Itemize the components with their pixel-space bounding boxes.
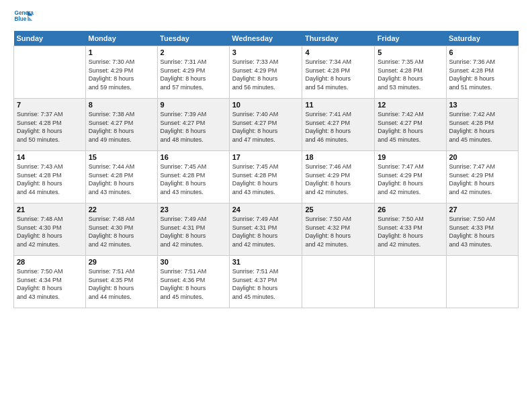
calendar-cell: 22Sunrise: 7:48 AM Sunset: 4:30 PM Dayli…: [85, 203, 157, 256]
day-number: 8: [89, 101, 154, 109]
calendar-cell: 27Sunrise: 7:50 AM Sunset: 4:33 PM Dayli…: [446, 203, 519, 256]
day-number: 16: [161, 153, 226, 161]
calendar-cell: 17Sunrise: 7:45 AM Sunset: 4:28 PM Dayli…: [229, 151, 302, 203]
calendar-cell: 9Sunrise: 7:39 AM Sunset: 4:27 PM Daylig…: [157, 99, 229, 151]
calendar-cell: 18Sunrise: 7:46 AM Sunset: 4:29 PM Dayli…: [302, 151, 375, 203]
calendar-cell: [446, 256, 519, 308]
day-number: 21: [17, 205, 83, 214]
day-number: 22: [89, 205, 154, 214]
day-info: Sunrise: 7:37 AM Sunset: 4:28 PM Dayligh…: [17, 110, 83, 144]
calendar-cell: 31Sunrise: 7:51 AM Sunset: 4:37 PM Dayli…: [229, 256, 302, 308]
calendar-cell: 12Sunrise: 7:42 AM Sunset: 4:27 PM Dayli…: [375, 99, 446, 151]
day-info: Sunrise: 7:49 AM Sunset: 4:31 PM Dayligh…: [232, 215, 300, 248]
calendar-cell: 14Sunrise: 7:43 AM Sunset: 4:28 PM Dayli…: [14, 151, 86, 203]
calendar-cell: 4Sunrise: 7:34 AM Sunset: 4:28 PM Daylig…: [302, 46, 375, 99]
calendar-cell: [14, 46, 86, 99]
day-number: 25: [305, 205, 371, 214]
calendar-week-row: 7Sunrise: 7:37 AM Sunset: 4:28 PM Daylig…: [14, 99, 519, 151]
day-number: 11: [305, 101, 371, 109]
day-info: Sunrise: 7:49 AM Sunset: 4:31 PM Dayligh…: [161, 215, 226, 248]
logo-icon: General Blue: [13, 7, 34, 27]
day-info: Sunrise: 7:51 AM Sunset: 4:35 PM Dayligh…: [89, 267, 154, 301]
weekday-header: Saturday: [446, 31, 519, 46]
weekday-row: SundayMondayTuesdayWednesdayThursdayFrid…: [14, 31, 519, 46]
calendar-week-row: 1Sunrise: 7:30 AM Sunset: 4:29 PM Daylig…: [14, 46, 519, 99]
calendar-cell: 20Sunrise: 7:47 AM Sunset: 4:29 PM Dayli…: [446, 151, 519, 203]
day-number: 13: [449, 101, 516, 109]
svg-text:Blue: Blue: [15, 16, 27, 22]
weekday-header: Friday: [375, 31, 446, 46]
page-container: General Blue SundayMondayTuesdayWednesda…: [0, 0, 532, 315]
day-number: 29: [89, 258, 154, 266]
day-info: Sunrise: 7:45 AM Sunset: 4:28 PM Dayligh…: [232, 163, 300, 196]
day-info: Sunrise: 7:34 AM Sunset: 4:28 PM Dayligh…: [305, 58, 371, 91]
header: General Blue: [13, 7, 519, 27]
calendar-cell: 13Sunrise: 7:42 AM Sunset: 4:28 PM Dayli…: [446, 99, 519, 151]
calendar-cell: [302, 256, 375, 308]
day-info: Sunrise: 7:38 AM Sunset: 4:27 PM Dayligh…: [89, 110, 154, 144]
day-info: Sunrise: 7:31 AM Sunset: 4:29 PM Dayligh…: [161, 58, 226, 91]
weekday-header: Thursday: [302, 31, 375, 46]
calendar-cell: 8Sunrise: 7:38 AM Sunset: 4:27 PM Daylig…: [85, 99, 157, 151]
day-info: Sunrise: 7:30 AM Sunset: 4:29 PM Dayligh…: [89, 58, 154, 91]
calendar-cell: 1Sunrise: 7:30 AM Sunset: 4:29 PM Daylig…: [85, 46, 157, 99]
calendar-cell: 16Sunrise: 7:45 AM Sunset: 4:28 PM Dayli…: [157, 151, 229, 203]
calendar-cell: 2Sunrise: 7:31 AM Sunset: 4:29 PM Daylig…: [157, 46, 229, 99]
day-info: Sunrise: 7:46 AM Sunset: 4:29 PM Dayligh…: [305, 163, 371, 196]
calendar-cell: 25Sunrise: 7:50 AM Sunset: 4:32 PM Dayli…: [302, 203, 375, 256]
day-number: 28: [17, 258, 83, 266]
calendar-cell: 19Sunrise: 7:47 AM Sunset: 4:29 PM Dayli…: [375, 151, 446, 203]
day-number: 12: [378, 101, 443, 109]
day-number: 19: [378, 153, 443, 161]
day-info: Sunrise: 7:42 AM Sunset: 4:28 PM Dayligh…: [449, 110, 516, 144]
calendar-cell: 28Sunrise: 7:50 AM Sunset: 4:34 PM Dayli…: [14, 256, 86, 308]
day-info: Sunrise: 7:50 AM Sunset: 4:32 PM Dayligh…: [305, 215, 371, 248]
day-info: Sunrise: 7:45 AM Sunset: 4:28 PM Dayligh…: [161, 163, 226, 196]
calendar-cell: 3Sunrise: 7:33 AM Sunset: 4:29 PM Daylig…: [229, 46, 302, 99]
weekday-header: Sunday: [14, 31, 86, 46]
day-number: 6: [449, 48, 516, 56]
day-number: 9: [161, 101, 226, 109]
day-info: Sunrise: 7:51 AM Sunset: 4:36 PM Dayligh…: [161, 267, 226, 301]
calendar-table: SundayMondayTuesdayWednesdayThursdayFrid…: [13, 31, 519, 308]
day-info: Sunrise: 7:41 AM Sunset: 4:27 PM Dayligh…: [305, 110, 371, 144]
day-info: Sunrise: 7:50 AM Sunset: 4:34 PM Dayligh…: [17, 267, 83, 301]
day-info: Sunrise: 7:48 AM Sunset: 4:30 PM Dayligh…: [89, 215, 154, 248]
calendar-week-row: 21Sunrise: 7:48 AM Sunset: 4:30 PM Dayli…: [14, 203, 519, 256]
day-number: 10: [232, 101, 300, 109]
day-number: 27: [449, 205, 516, 214]
day-info: Sunrise: 7:39 AM Sunset: 4:27 PM Dayligh…: [161, 110, 226, 144]
day-number: 5: [378, 48, 443, 56]
calendar-cell: 23Sunrise: 7:49 AM Sunset: 4:31 PM Dayli…: [157, 203, 229, 256]
day-info: Sunrise: 7:50 AM Sunset: 4:33 PM Dayligh…: [378, 215, 443, 248]
day-info: Sunrise: 7:47 AM Sunset: 4:29 PM Dayligh…: [449, 163, 516, 196]
calendar-body: 1Sunrise: 7:30 AM Sunset: 4:29 PM Daylig…: [14, 46, 519, 308]
day-info: Sunrise: 7:40 AM Sunset: 4:27 PM Dayligh…: [232, 110, 300, 144]
day-info: Sunrise: 7:44 AM Sunset: 4:28 PM Dayligh…: [89, 163, 154, 196]
weekday-header: Monday: [85, 31, 157, 46]
day-number: 23: [161, 205, 226, 214]
day-number: 31: [232, 258, 300, 266]
calendar-cell: 24Sunrise: 7:49 AM Sunset: 4:31 PM Dayli…: [229, 203, 302, 256]
day-info: Sunrise: 7:43 AM Sunset: 4:28 PM Dayligh…: [17, 163, 83, 196]
day-info: Sunrise: 7:50 AM Sunset: 4:33 PM Dayligh…: [449, 215, 516, 248]
day-number: 18: [305, 153, 371, 161]
day-number: 7: [17, 101, 83, 109]
day-number: 2: [161, 48, 226, 56]
day-number: 26: [378, 205, 443, 214]
svg-text:General: General: [15, 10, 34, 16]
calendar-cell: 10Sunrise: 7:40 AM Sunset: 4:27 PM Dayli…: [229, 99, 302, 151]
weekday-header: Tuesday: [157, 31, 229, 46]
day-info: Sunrise: 7:35 AM Sunset: 4:28 PM Dayligh…: [378, 58, 443, 91]
day-number: 20: [449, 153, 516, 161]
day-number: 17: [232, 153, 300, 161]
calendar-cell: 15Sunrise: 7:44 AM Sunset: 4:28 PM Dayli…: [85, 151, 157, 203]
weekday-header: Wednesday: [229, 31, 302, 46]
day-info: Sunrise: 7:33 AM Sunset: 4:29 PM Dayligh…: [232, 58, 300, 91]
day-info: Sunrise: 7:48 AM Sunset: 4:30 PM Dayligh…: [17, 215, 83, 248]
calendar-cell: 5Sunrise: 7:35 AM Sunset: 4:28 PM Daylig…: [375, 46, 446, 99]
calendar-cell: [375, 256, 446, 308]
calendar-cell: 30Sunrise: 7:51 AM Sunset: 4:36 PM Dayli…: [157, 256, 229, 308]
day-number: 3: [232, 48, 300, 56]
calendar-cell: 29Sunrise: 7:51 AM Sunset: 4:35 PM Dayli…: [85, 256, 157, 308]
